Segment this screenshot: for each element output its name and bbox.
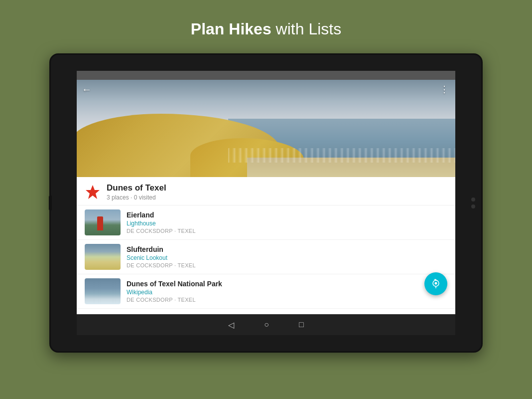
- list-subtitle: 3 places · 0 visited: [107, 194, 166, 201]
- nav-back-button[interactable]: ◁: [228, 320, 234, 330]
- tablet-camera-area: [471, 198, 475, 208]
- hero-image: ← ⋮: [77, 80, 455, 177]
- list-title-group: Dunes of Texel 3 places · 0 visited: [107, 183, 166, 201]
- place-location-national-park: DE COCKSDORP · TEXEL: [127, 297, 222, 303]
- place-thumb-eierland: [85, 209, 121, 235]
- page-title: Plan Hikes with Lists: [191, 20, 341, 38]
- list-header: Dunes of Texel 3 places · 0 visited: [77, 177, 455, 205]
- place-item-slufterduin[interactable]: Slufterduin Scenic Lookout DE COCKSDORP …: [77, 240, 455, 274]
- status-bar: [77, 71, 455, 80]
- place-name-slufterduin: Slufterduin: [127, 245, 196, 253]
- place-info-national-park: Dunes of Texel National Park Wikipedia D…: [127, 280, 222, 303]
- tablet-screen: ← ⋮ Dunes of Texel 3 places · 0 visited …: [77, 71, 455, 335]
- back-button[interactable]: ←: [82, 84, 92, 95]
- add-location-fab[interactable]: +: [424, 272, 447, 295]
- navigation-bar: ◁ ○ □: [77, 314, 455, 335]
- place-name-national-park: Dunes of Texel National Park: [127, 280, 222, 288]
- place-info-eierland: Eierland Lighthouse DE COCKSDORP · TEXEL: [127, 211, 196, 234]
- svg-text:+: +: [434, 279, 436, 282]
- place-type-national-park: Wikipedia: [127, 289, 222, 296]
- place-info-slufterduin: Slufterduin Scenic Lookout DE COCKSDORP …: [127, 245, 196, 268]
- add-location-icon: +: [431, 279, 441, 289]
- list-title: Dunes of Texel: [107, 183, 166, 193]
- place-name-eierland: Eierland: [127, 211, 196, 219]
- places-list: Eierland Lighthouse DE COCKSDORP · TEXEL…: [77, 205, 455, 314]
- place-type-slufterduin: Scenic Lookout: [127, 254, 196, 261]
- svg-point-2: [435, 282, 437, 285]
- list-star-icon: [85, 184, 101, 200]
- tablet-dot-2: [471, 204, 475, 208]
- tablet-power-button: [49, 196, 52, 210]
- nav-recents-button[interactable]: □: [299, 320, 304, 329]
- place-location-slufterduin: DE COCKSDORP · TEXEL: [127, 262, 196, 268]
- place-item-national-park[interactable]: Dunes of Texel National Park Wikipedia D…: [77, 274, 455, 309]
- svg-marker-0: [86, 185, 100, 199]
- waves-layer: [228, 148, 455, 163]
- place-location-eierland: DE COCKSDORP · TEXEL: [127, 228, 196, 234]
- landscape-illustration: [77, 80, 455, 177]
- tablet-frame: ← ⋮ Dunes of Texel 3 places · 0 visited …: [49, 53, 483, 353]
- nav-home-button[interactable]: ○: [264, 320, 269, 329]
- more-button[interactable]: ⋮: [440, 84, 449, 95]
- content-panel: Dunes of Texel 3 places · 0 visited Eier…: [77, 177, 455, 314]
- tablet-dot-1: [471, 198, 475, 201]
- place-type-eierland: Lighthouse: [127, 220, 196, 227]
- place-item-eierland[interactable]: Eierland Lighthouse DE COCKSDORP · TEXEL: [77, 205, 455, 240]
- place-thumb-national-park: [85, 278, 121, 304]
- place-thumb-slufterduin: [85, 244, 121, 270]
